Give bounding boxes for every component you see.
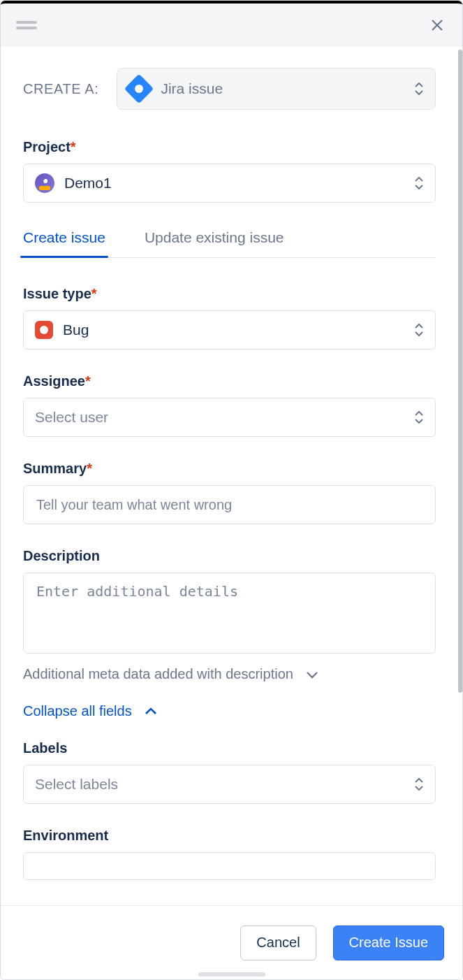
chevron-down-icon xyxy=(306,670,318,679)
resize-grip-icon[interactable] xyxy=(198,972,265,977)
create-a-label: CREATE A: xyxy=(23,81,98,97)
project-select[interactable]: Demo1 xyxy=(23,164,436,203)
issue-type-value: Bug xyxy=(63,322,404,338)
tab-create-issue[interactable]: Create issue xyxy=(23,229,105,257)
chevron-updown-icon xyxy=(414,411,424,424)
chevron-updown-icon xyxy=(414,778,424,791)
jira-icon xyxy=(124,74,154,103)
assignee-select[interactable]: Select user xyxy=(23,398,436,437)
chevron-updown-icon xyxy=(414,82,424,95)
summary-input[interactable] xyxy=(23,485,436,524)
scrollbar[interactable] xyxy=(458,50,462,693)
drag-handle-icon[interactable] xyxy=(16,21,37,29)
create-issue-button[interactable]: Create Issue xyxy=(333,925,444,960)
collapse-label: Collapse all fields xyxy=(23,703,132,719)
issue-type-label: Issue type* xyxy=(23,286,436,302)
meta-data-label: Additional meta data added with descript… xyxy=(23,666,293,682)
summary-field: Summary* xyxy=(23,461,436,524)
collapse-all-fields[interactable]: Collapse all fields xyxy=(23,703,436,719)
chevron-updown-icon xyxy=(414,324,424,336)
summary-label: Summary* xyxy=(23,461,436,477)
tab-update-issue[interactable]: Update existing issue xyxy=(145,229,284,257)
issue-provider-value: Jira issue xyxy=(161,80,403,97)
assignee-label: Assignee* xyxy=(23,373,436,389)
assignee-field: Assignee* Select user xyxy=(23,373,436,437)
issue-type-select[interactable]: Bug xyxy=(23,310,436,350)
project-label: Project* xyxy=(23,139,436,155)
description-input[interactable] xyxy=(23,572,436,654)
chevron-updown-icon xyxy=(414,177,424,189)
labels-label: Labels xyxy=(23,740,436,756)
bug-icon xyxy=(35,321,53,339)
project-field: Project* Demo1 xyxy=(23,139,436,203)
labels-field: Labels Select labels xyxy=(23,740,436,804)
project-value: Demo1 xyxy=(64,175,404,192)
cancel-button[interactable]: Cancel xyxy=(240,925,316,960)
environment-field: Environment xyxy=(23,828,436,880)
close-button[interactable] xyxy=(425,13,450,38)
dialog-footer: Cancel Create Issue xyxy=(1,905,462,979)
issue-type-field: Issue type* Bug xyxy=(23,286,436,350)
dialog-titlebar xyxy=(1,1,462,47)
dialog-content: CREATE A: Jira issue Project* Demo1 Crea… xyxy=(1,47,458,905)
labels-placeholder: Select labels xyxy=(35,776,404,793)
environment-input[interactable] xyxy=(23,852,436,880)
chevron-up-icon xyxy=(145,707,157,716)
assignee-placeholder: Select user xyxy=(35,409,404,426)
labels-select[interactable]: Select labels xyxy=(23,765,436,804)
project-avatar-icon xyxy=(35,173,54,193)
description-field: Description Additional meta data added w… xyxy=(23,548,436,682)
close-icon xyxy=(429,17,446,34)
description-label: Description xyxy=(23,548,436,564)
meta-data-toggle[interactable]: Additional meta data added with descript… xyxy=(23,666,436,682)
issue-provider-select[interactable]: Jira issue xyxy=(117,68,436,110)
environment-label: Environment xyxy=(23,828,436,844)
mode-tabs: Create issue Update existing issue xyxy=(23,229,436,258)
